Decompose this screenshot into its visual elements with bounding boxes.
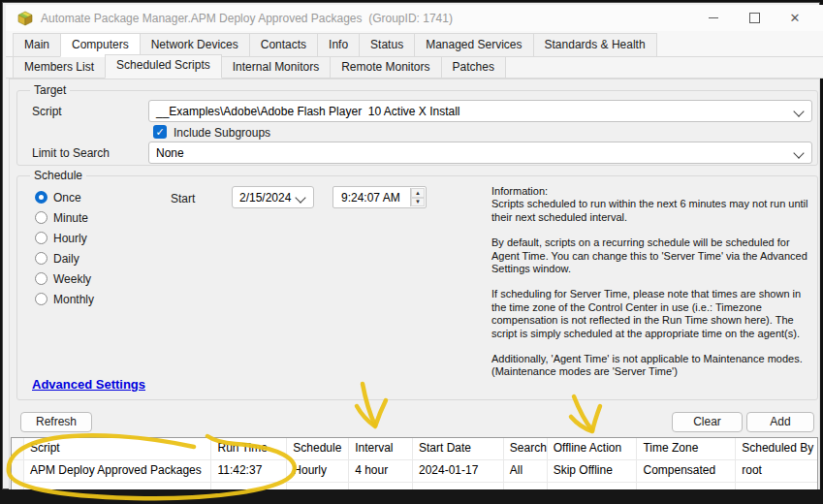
close-icon: ✕ <box>790 12 801 24</box>
table-row[interactable]: APM Deploy Approved Packages11:42:37Hour… <box>12 460 817 483</box>
info-paragraph: By default, scripts on a recurring sched… <box>491 236 819 275</box>
radio-option-monthly[interactable]: Monthly <box>35 289 94 309</box>
minimize-icon <box>709 17 718 18</box>
tab-info[interactable]: Info <box>317 33 360 57</box>
grid-header-row: ScriptRun TimeScheduleIntervalStart Date… <box>12 438 817 460</box>
tab-main[interactable]: Main <box>13 33 61 57</box>
primary-tab-bar: MainComputersNetwork DevicesContactsInfo… <box>6 31 823 57</box>
maximize-button[interactable] <box>734 5 775 31</box>
radio-button-icon <box>35 191 47 204</box>
scheduled-scripts-grid: ScriptRun TimeScheduleIntervalStart Date… <box>11 437 818 492</box>
spinner-buttons: ▲ ▼ <box>410 188 425 206</box>
package-icon <box>17 11 33 26</box>
row-selector-header <box>12 438 24 459</box>
maximize-icon <box>749 13 760 23</box>
include-subgroups-label: Include Subgroups <box>174 126 270 140</box>
radio-button-icon <box>35 293 47 305</box>
radio-option-label: Hourly <box>53 232 87 245</box>
spin-down-button[interactable]: ▼ <box>411 198 425 207</box>
limit-to-search-value: None <box>156 146 184 160</box>
radio-option-label: Weekly <box>53 272 91 286</box>
radio-option-daily[interactable]: Daily <box>35 248 94 268</box>
info-paragraph: Additionally, 'Agent Time' is not applic… <box>491 353 819 379</box>
limit-to-search-label: Limit to Search <box>32 146 110 160</box>
cell-start-date: 2024-01-17 <box>413 460 504 482</box>
script-dropdown[interactable]: __Examples\Adobe\Adobe Flash Player 10 A… <box>148 100 812 122</box>
cell-scheduled-by: root <box>736 460 817 482</box>
radio-option-minute[interactable]: Minute <box>35 207 94 228</box>
schedule-frequency-options: OnceMinuteHourlyDailyWeeklyMonthly <box>35 187 94 309</box>
radio-option-hourly[interactable]: Hourly <box>35 228 94 248</box>
radio-button-icon <box>35 272 47 285</box>
minimize-button[interactable] <box>693 5 734 31</box>
info-paragraph: If scheduling for Server Time, please no… <box>491 288 819 340</box>
limit-to-search-dropdown[interactable]: None <box>148 142 812 164</box>
column-header-run-time[interactable]: Run Time <box>211 438 287 459</box>
tab-standards-health[interactable]: Standards & Health <box>533 33 657 57</box>
cell-time-zone: Compensated <box>637 460 736 482</box>
chevron-down-icon <box>793 147 804 158</box>
tab-scheduled-scripts[interactable]: Scheduled Scripts <box>105 54 222 79</box>
start-time-spinner[interactable]: 9:24:07 AM ▲ ▼ <box>332 186 427 208</box>
radio-button-icon <box>35 211 47 224</box>
clear-button[interactable]: Clear <box>672 412 743 432</box>
radio-option-once[interactable]: Once <box>35 187 94 207</box>
radio-option-label: Daily <box>53 252 79 266</box>
column-header-scheduled-by[interactable]: Scheduled By <box>736 438 817 459</box>
window-controls: ✕ <box>693 5 815 31</box>
add-button[interactable]: Add <box>746 412 814 432</box>
info-paragraph: Information:Scripts scheduled to run wit… <box>491 185 819 224</box>
tab-patches[interactable]: Patches <box>441 56 506 79</box>
spin-up-button[interactable]: ▲ <box>411 188 425 198</box>
column-header-interval[interactable]: Interval <box>349 438 413 459</box>
cell-schedule: Hourly <box>287 460 349 482</box>
tab-remote-monitors[interactable]: Remote Monitors <box>330 56 441 79</box>
column-header-time-zone[interactable]: Time Zone <box>637 438 736 459</box>
column-header-script[interactable]: Script <box>24 438 212 459</box>
radio-option-weekly[interactable]: Weekly <box>35 268 94 289</box>
radio-button-icon <box>35 232 47 244</box>
cell-script: APM Deploy Approved Packages <box>24 460 212 482</box>
row-selector[interactable] <box>12 460 24 482</box>
radio-option-label: Monthly <box>53 293 94 306</box>
column-header-search[interactable]: Search <box>504 438 548 459</box>
chevron-down-icon <box>793 106 804 116</box>
secondary-tab-bar: Members ListScheduled ScriptsInternal Mo… <box>6 57 823 79</box>
desktop-background-strip <box>0 489 823 504</box>
refresh-button[interactable]: Refresh <box>20 412 92 432</box>
start-date-picker[interactable]: 2/15/2024 <box>232 186 314 208</box>
column-header-offline-action[interactable]: Offline Action <box>548 438 638 459</box>
column-header-schedule[interactable]: Schedule <box>287 438 349 459</box>
tab-status[interactable]: Status <box>359 33 415 57</box>
include-subgroups-checkbox[interactable]: ✓ <box>153 125 167 139</box>
cell-interval: 4 hour <box>349 460 413 482</box>
radio-button-icon <box>35 252 47 265</box>
radio-option-label: Once <box>53 191 81 205</box>
cell-offline-action: Skip Offline <box>548 460 638 482</box>
tab-managed-services[interactable]: Managed Services <box>414 33 533 57</box>
close-button[interactable]: ✕ <box>775 5 815 31</box>
start-label: Start <box>171 192 195 205</box>
schedule-information-text: Information:Scripts scheduled to run wit… <box>491 185 819 392</box>
column-header-start-date[interactable]: Start Date <box>413 438 504 459</box>
chevron-down-icon <box>295 192 305 203</box>
window-title: Automate Package Manager.APM Deploy Appr… <box>41 12 453 25</box>
screenshot-root: Automate Package Manager.APM Deploy Appr… <box>0 0 823 504</box>
tab-internal-monitors[interactable]: Internal Monitors <box>221 56 331 79</box>
cell-run-time: 11:42:37 <box>211 460 287 482</box>
start-date-value: 2/15/2024 <box>239 191 291 205</box>
script-dropdown-value: __Examples\Adobe\Adobe Flash Player 10 A… <box>156 105 460 118</box>
tab-members-list[interactable]: Members List <box>13 56 106 79</box>
grid-body: APM Deploy Approved Packages11:42:37Hour… <box>12 460 817 492</box>
title-bar: Automate Package Manager.APM Deploy Appr… <box>6 5 823 31</box>
app-window: Automate Package Manager.APM Deploy Appr… <box>2 2 820 489</box>
start-time-value: 9:24:07 AM <box>341 191 400 205</box>
advanced-settings-link[interactable]: Advanced Settings <box>32 377 145 392</box>
radio-option-label: Minute <box>53 211 88 225</box>
tab-contacts[interactable]: Contacts <box>249 33 318 57</box>
checkmark-icon: ✓ <box>155 126 164 138</box>
script-label: Script <box>32 105 62 118</box>
schedule-legend: Schedule <box>30 169 86 182</box>
cell-search: All <box>504 460 548 482</box>
target-legend: Target <box>30 83 70 97</box>
